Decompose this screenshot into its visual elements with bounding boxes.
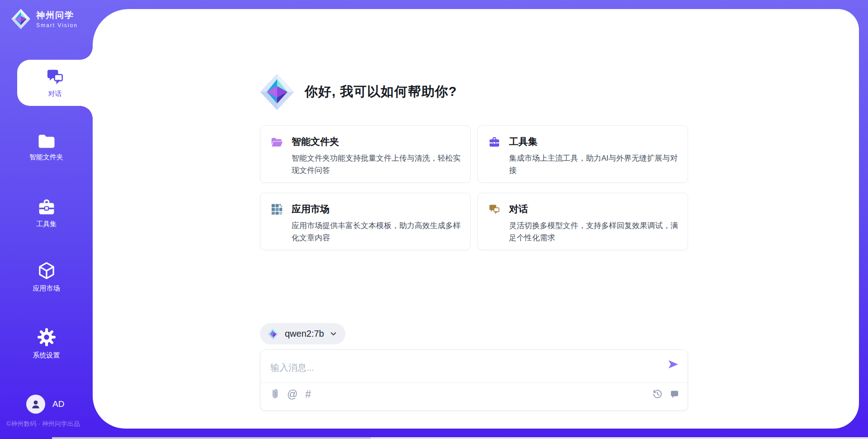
card-title: 对话 xyxy=(509,203,528,215)
history-icon[interactable] xyxy=(652,389,663,399)
sidebar-item-label: 工具集 xyxy=(36,220,57,229)
card-description: 集成市场上主流工具，助力AI与外界无缝扩展与对接 xyxy=(509,152,682,177)
sidebar-item-label: 智能文件夹 xyxy=(29,153,63,162)
sidebar-item-smart-folder[interactable]: 智能文件夹 xyxy=(0,134,93,162)
diamond-logo-icon xyxy=(267,328,279,340)
greeting-title: 你好, 我可以如何帮助你? xyxy=(305,83,457,101)
message-input[interactable] xyxy=(270,356,659,379)
chat-square-icon[interactable] xyxy=(670,389,679,399)
brand-text: 神州问学 Smart Vision xyxy=(36,10,78,29)
card-title: 智能文件夹 xyxy=(292,135,339,148)
chevron-down-icon xyxy=(330,330,337,338)
card-description: 智能文件夹功能支持批量文件上传与清洗，轻松实现文件问答 xyxy=(292,152,464,177)
composer-right-tools xyxy=(652,389,679,399)
composer-divider xyxy=(260,382,688,383)
copyright-footer: ©神州数码 · 神州问学出品 xyxy=(6,420,80,428)
app-title: 神州问学 xyxy=(36,10,78,21)
message-composer: @ # xyxy=(260,349,688,411)
sidebar-item-toolset[interactable]: 工具集 xyxy=(0,198,93,229)
card-head: 对话 xyxy=(488,203,677,215)
gear-icon xyxy=(37,327,57,347)
app-subtitle: Smart Vision xyxy=(36,22,78,29)
send-icon[interactable] xyxy=(667,358,679,371)
card-title: 工具集 xyxy=(509,135,538,148)
sidebar-item-app-market[interactable]: 应用市场 xyxy=(0,261,93,293)
paperclip-icon[interactable] xyxy=(270,389,279,400)
briefcase-icon xyxy=(488,136,500,148)
horizontal-scrollbar[interactable] xyxy=(52,437,868,439)
open-folder-icon xyxy=(271,136,283,148)
card-description: 应用市场提供丰富长文本模板，助力高效生成多样化文章内容 xyxy=(292,220,464,244)
chat-bubbles-icon xyxy=(488,203,500,215)
scrollbar-thumb[interactable] xyxy=(52,437,371,439)
person-icon xyxy=(30,398,42,410)
briefcase-icon xyxy=(37,198,56,216)
feature-cards: 智能文件夹 智能文件夹功能支持批量文件上传与清洗，轻松实现文件问答 工具集 集成… xyxy=(260,125,688,250)
card-title: 应用市场 xyxy=(292,203,330,215)
sidebar-item-chat[interactable]: 对话 xyxy=(17,60,93,106)
model-selector[interactable]: qwen2:7b xyxy=(260,323,345,344)
chat-bubbles-icon xyxy=(46,67,65,86)
at-icon[interactable]: @ xyxy=(287,389,297,399)
folder-icon xyxy=(38,134,56,149)
card-chat[interactable]: 对话 灵活切换多模型文件，支持多样回复效果调试，满足个性化需求 xyxy=(477,193,688,250)
model-name: qwen2:7b xyxy=(285,329,324,339)
user-initials: AD xyxy=(52,399,64,409)
sidebar-item-label: 对话 xyxy=(48,90,62,98)
card-head: 应用市场 xyxy=(271,203,459,215)
app-root: { "app": { "name": "神州问学", "subtitle": "… xyxy=(0,0,868,439)
sidebar-item-label: 应用市场 xyxy=(33,284,60,293)
card-description: 灵活切换多模型文件，支持多样回复效果调试，满足个性化需求 xyxy=(509,220,682,244)
brand-logo-block: 神州问学 Smart Vision xyxy=(10,8,78,30)
card-head: 工具集 xyxy=(488,135,677,148)
card-head: 智能文件夹 xyxy=(271,135,459,148)
pixel-grid-icon xyxy=(271,203,283,215)
composer-left-tools: @ # xyxy=(270,389,311,400)
diamond-logo-icon xyxy=(258,72,297,111)
diamond-logo-icon xyxy=(10,8,32,30)
card-smart-folder[interactable]: 智能文件夹 智能文件夹功能支持批量文件上传与清洗，轻松实现文件问答 xyxy=(260,125,471,183)
sidebar-item-settings[interactable]: 系统设置 xyxy=(0,327,93,360)
greeting-block: 你好, 我可以如何帮助你? xyxy=(258,72,457,111)
cube-icon xyxy=(37,261,56,280)
card-app-market[interactable]: 应用市场 应用市场提供丰富长文本模板，助力高效生成多样化文章内容 xyxy=(260,193,471,250)
sidebar-item-label: 系统设置 xyxy=(33,351,60,360)
user-account[interactable]: AD xyxy=(26,395,64,414)
avatar xyxy=(26,395,45,414)
hash-icon[interactable]: # xyxy=(305,389,311,399)
card-toolset[interactable]: 工具集 集成市场上主流工具，助力AI与外界无缝扩展与对接 xyxy=(477,125,688,183)
